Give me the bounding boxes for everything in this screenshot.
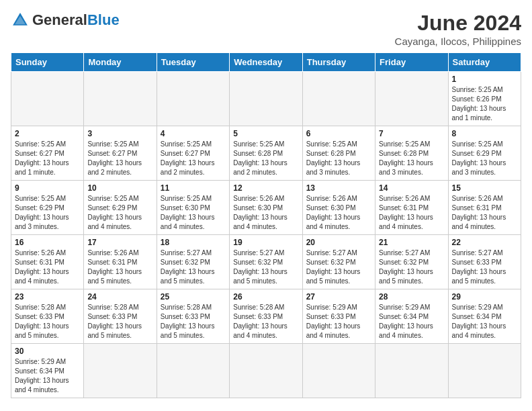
calendar-day-cell: 29Sunrise: 5:29 AM Sunset: 6:34 PM Dayli…	[448, 289, 521, 344]
calendar-day-cell: 4Sunrise: 5:25 AM Sunset: 6:27 PM Daylig…	[157, 126, 229, 181]
calendar-week-row: 1Sunrise: 5:25 AM Sunset: 6:26 PM Daylig…	[11, 72, 521, 126]
header-thursday: Thursday	[302, 53, 375, 72]
day-number: 4	[161, 129, 226, 138]
day-number: 9	[15, 183, 80, 193]
calendar-day-cell: 18Sunrise: 5:27 AM Sunset: 6:32 PM Dayli…	[157, 235, 229, 289]
day-number: 17	[87, 238, 152, 247]
calendar-day-cell	[11, 72, 84, 126]
calendar-day-cell	[157, 344, 229, 398]
day-info: Sunrise: 5:25 AM Sunset: 6:28 PM Dayligh…	[306, 140, 371, 177]
calendar-day-cell: 17Sunrise: 5:26 AM Sunset: 6:31 PM Dayli…	[84, 235, 157, 289]
calendar-day-cell: 15Sunrise: 5:26 AM Sunset: 6:31 PM Dayli…	[448, 181, 521, 235]
calendar-day-cell: 25Sunrise: 5:28 AM Sunset: 6:33 PM Dayli…	[157, 289, 229, 344]
calendar-day-cell: 13Sunrise: 5:26 AM Sunset: 6:30 PM Dayli…	[302, 181, 375, 235]
calendar-day-cell	[448, 344, 521, 398]
day-info: Sunrise: 5:28 AM Sunset: 6:33 PM Dayligh…	[87, 303, 152, 340]
calendar-day-cell	[84, 344, 157, 398]
header-friday: Friday	[375, 53, 448, 72]
calendar-day-cell: 19Sunrise: 5:27 AM Sunset: 6:32 PM Dayli…	[230, 235, 302, 289]
calendar-table: Sunday Monday Tuesday Wednesday Thursday…	[11, 52, 521, 398]
calendar-day-cell: 24Sunrise: 5:28 AM Sunset: 6:33 PM Dayli…	[84, 289, 157, 344]
day-number: 10	[87, 183, 152, 193]
logo-text: GeneralBlue	[32, 11, 120, 29]
day-number: 24	[87, 292, 152, 302]
day-number: 19	[233, 238, 298, 247]
header-saturday: Saturday	[448, 53, 521, 72]
day-info: Sunrise: 5:25 AM Sunset: 6:26 PM Dayligh…	[452, 85, 517, 123]
day-number: 26	[233, 292, 298, 302]
day-info: Sunrise: 5:28 AM Sunset: 6:33 PM Dayligh…	[15, 303, 80, 340]
day-number: 2	[15, 129, 80, 138]
calendar-day-cell: 28Sunrise: 5:29 AM Sunset: 6:34 PM Dayli…	[375, 289, 448, 344]
day-info: Sunrise: 5:26 AM Sunset: 6:31 PM Dayligh…	[15, 248, 80, 286]
calendar-day-cell: 20Sunrise: 5:27 AM Sunset: 6:32 PM Dayli…	[302, 235, 375, 289]
day-number: 15	[452, 183, 517, 193]
day-info: Sunrise: 5:26 AM Sunset: 6:31 PM Dayligh…	[452, 194, 517, 232]
calendar-day-cell	[302, 344, 375, 398]
day-info: Sunrise: 5:29 AM Sunset: 6:33 PM Dayligh…	[306, 303, 371, 340]
day-number: 12	[233, 183, 298, 193]
calendar-day-cell: 23Sunrise: 5:28 AM Sunset: 6:33 PM Dayli…	[11, 289, 84, 344]
day-number: 23	[15, 292, 80, 302]
day-info: Sunrise: 5:25 AM Sunset: 6:28 PM Dayligh…	[379, 140, 444, 177]
day-info: Sunrise: 5:25 AM Sunset: 6:27 PM Dayligh…	[15, 140, 80, 177]
generalblue-logo-icon	[11, 11, 30, 30]
calendar-day-cell: 7Sunrise: 5:25 AM Sunset: 6:28 PM Daylig…	[375, 126, 448, 181]
day-info: Sunrise: 5:28 AM Sunset: 6:33 PM Dayligh…	[233, 303, 298, 340]
calendar-day-cell	[375, 72, 448, 126]
day-info: Sunrise: 5:27 AM Sunset: 6:33 PM Dayligh…	[452, 248, 517, 286]
calendar-day-cell: 3Sunrise: 5:25 AM Sunset: 6:27 PM Daylig…	[84, 126, 157, 181]
calendar-day-cell: 22Sunrise: 5:27 AM Sunset: 6:33 PM Dayli…	[448, 235, 521, 289]
calendar-day-cell: 27Sunrise: 5:29 AM Sunset: 6:33 PM Dayli…	[302, 289, 375, 344]
calendar-day-cell: 21Sunrise: 5:27 AM Sunset: 6:32 PM Dayli…	[375, 235, 448, 289]
day-number: 5	[233, 129, 298, 138]
day-number: 14	[379, 183, 444, 193]
day-number: 18	[161, 238, 226, 247]
day-number: 29	[452, 292, 517, 302]
calendar-week-row: 16Sunrise: 5:26 AM Sunset: 6:31 PM Dayli…	[11, 235, 521, 289]
logo: GeneralBlue	[11, 11, 120, 30]
month-year: June 2024	[395, 11, 521, 36]
title-block: June 2024 Cayanga, Ilocos, Philippines	[395, 11, 521, 47]
day-number: 28	[379, 292, 444, 302]
location: Cayanga, Ilocos, Philippines	[395, 36, 521, 47]
day-number: 21	[379, 238, 444, 247]
day-info: Sunrise: 5:25 AM Sunset: 6:29 PM Dayligh…	[452, 140, 517, 177]
day-number: 30	[15, 347, 80, 356]
day-info: Sunrise: 5:27 AM Sunset: 6:32 PM Dayligh…	[233, 248, 298, 286]
calendar-day-cell: 5Sunrise: 5:25 AM Sunset: 6:28 PM Daylig…	[230, 126, 302, 181]
day-info: Sunrise: 5:25 AM Sunset: 6:30 PM Dayligh…	[161, 194, 226, 232]
day-info: Sunrise: 5:29 AM Sunset: 6:34 PM Dayligh…	[452, 303, 517, 340]
day-number: 3	[87, 129, 152, 138]
calendar-day-cell: 30Sunrise: 5:29 AM Sunset: 6:34 PM Dayli…	[11, 344, 84, 398]
day-number: 13	[306, 183, 371, 193]
day-number: 20	[306, 238, 371, 247]
calendar-day-cell: 2Sunrise: 5:25 AM Sunset: 6:27 PM Daylig…	[11, 126, 84, 181]
calendar-day-cell: 14Sunrise: 5:26 AM Sunset: 6:31 PM Dayli…	[375, 181, 448, 235]
day-number: 6	[306, 129, 371, 138]
calendar-day-cell: 26Sunrise: 5:28 AM Sunset: 6:33 PM Dayli…	[230, 289, 302, 344]
day-info: Sunrise: 5:25 AM Sunset: 6:27 PM Dayligh…	[161, 140, 226, 177]
day-number: 27	[306, 292, 371, 302]
day-info: Sunrise: 5:27 AM Sunset: 6:32 PM Dayligh…	[161, 248, 226, 286]
page-header: GeneralBlue June 2024 Cayanga, Ilocos, P…	[11, 11, 521, 47]
calendar-day-cell	[375, 344, 448, 398]
day-info: Sunrise: 5:25 AM Sunset: 6:29 PM Dayligh…	[15, 194, 80, 232]
day-number: 8	[452, 129, 517, 138]
header-sunday: Sunday	[11, 53, 84, 72]
day-info: Sunrise: 5:27 AM Sunset: 6:32 PM Dayligh…	[379, 248, 444, 286]
day-number: 25	[161, 292, 226, 302]
calendar-day-cell: 9Sunrise: 5:25 AM Sunset: 6:29 PM Daylig…	[11, 181, 84, 235]
calendar-day-cell: 11Sunrise: 5:25 AM Sunset: 6:30 PM Dayli…	[157, 181, 229, 235]
day-info: Sunrise: 5:27 AM Sunset: 6:32 PM Dayligh…	[306, 248, 371, 286]
calendar-week-row: 2Sunrise: 5:25 AM Sunset: 6:27 PM Daylig…	[11, 126, 521, 181]
calendar-day-cell	[230, 72, 302, 126]
header-wednesday: Wednesday	[230, 53, 302, 72]
day-number: 22	[452, 238, 517, 247]
day-number: 11	[161, 183, 226, 193]
calendar-day-cell	[302, 72, 375, 126]
day-info: Sunrise: 5:29 AM Sunset: 6:34 PM Dayligh…	[15, 357, 80, 395]
day-number: 1	[452, 75, 517, 84]
day-info: Sunrise: 5:26 AM Sunset: 6:31 PM Dayligh…	[379, 194, 444, 232]
day-info: Sunrise: 5:29 AM Sunset: 6:34 PM Dayligh…	[379, 303, 444, 340]
